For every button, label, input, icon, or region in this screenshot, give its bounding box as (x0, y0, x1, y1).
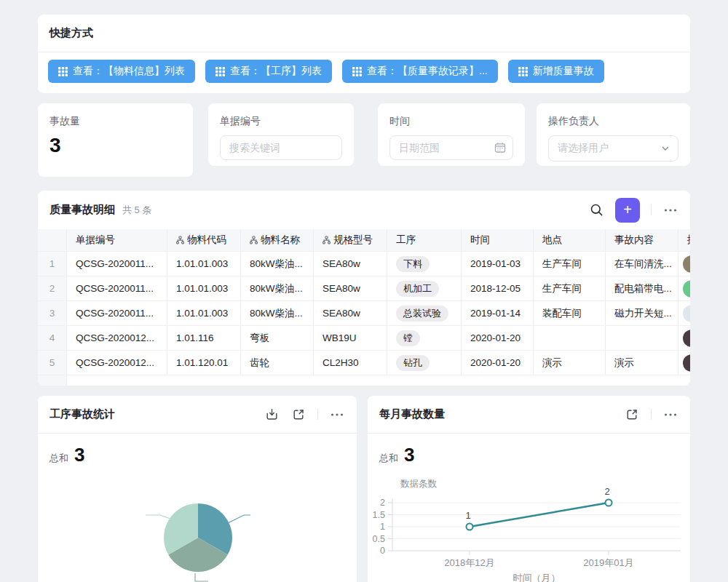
shortcut-button-label: 查看：【质量事故记录】... (367, 65, 488, 78)
more-menu-button[interactable] (662, 407, 678, 423)
table-header-row: 单据编号 物料代码 物料名称 规格型号 工序 时间 地点 事故内容 操作负责人 (38, 229, 690, 252)
col-index (38, 229, 67, 251)
operator-select[interactable]: 请选择用户 (548, 135, 678, 162)
line-chart-area: 数据条数 2 1.5 1 0.5 (368, 466, 690, 582)
table-title: 质量事故明细 (50, 203, 115, 217)
col-process: 工序 (387, 229, 462, 251)
col-material-name: 物料名称 (241, 229, 314, 251)
doc-no-search-input[interactable] (220, 135, 342, 160)
cell-content (606, 326, 678, 350)
row-index: 4 (38, 326, 67, 350)
cell-content: 在车间清洗... (606, 252, 678, 276)
cell-process: 总装试验 (387, 301, 462, 325)
shortcut-view-incident-records-button[interactable]: 查看：【质量事故记录】... (342, 60, 498, 83)
table-row[interactable]: 2 QCSG-2020011... 1.01.01.003 80kW柴油... … (38, 276, 690, 301)
cell-spec: CL2H30 (314, 351, 387, 375)
svg-text:0.5: 0.5 (373, 534, 385, 544)
table-row[interactable]: 5 QCSG-2020012... 1.01.120.01 齿轮 CL2H30 … (38, 351, 690, 375)
table-row[interactable]: 1 QCSG-2020011... 1.01.01.003 80kW柴油... … (38, 252, 690, 276)
avatar (683, 330, 690, 347)
cell-material-name: 80kW柴油... (241, 301, 314, 325)
time-filter-card: 时间 (378, 103, 525, 166)
sum-value: 3 (74, 444, 84, 466)
table-row[interactable]: 4 QCSG-2020012... 1.01.116 弯板 WB19U 镗 20… (38, 326, 690, 351)
svg-text:0: 0 (380, 546, 385, 556)
doc-no-filter-label: 单据编号 (220, 115, 342, 128)
table-row[interactable]: 3 QCSG-2020011... 1.01.01.003 80kW柴油... … (38, 301, 690, 326)
ellipsis-icon (664, 208, 677, 212)
shortcut-button-label: 查看：【物料信息】列表 (73, 65, 185, 78)
cell-material-code: 1.01.01.003 (167, 276, 241, 300)
sum-label: 总和 (50, 452, 68, 465)
cell-spec: SEA80w (314, 276, 387, 300)
y-axis-title: 数据条数 (400, 479, 438, 489)
relation-icon (323, 236, 331, 244)
expand-button[interactable] (290, 407, 306, 423)
process-tag: 机加工 (396, 281, 439, 297)
expand-button[interactable] (624, 407, 640, 423)
table-empty-row (38, 375, 690, 386)
grid-icon (518, 67, 528, 76)
search-button[interactable] (588, 202, 604, 218)
col-label: 物料代码 (187, 229, 226, 251)
col-label: 时间 (470, 229, 490, 251)
incident-count-label: 事故量 (50, 115, 181, 128)
sum-value: 3 (404, 444, 414, 466)
col-time: 时间 (462, 229, 534, 251)
shortcut-view-process-list-button[interactable]: 查看：【工序】列表 (205, 60, 332, 83)
cell-material-name: 80kW柴油... (241, 252, 314, 276)
add-record-button[interactable]: + (615, 198, 640, 223)
cell-process: 机加工 (387, 276, 462, 300)
incident-detail-table-card: 质量事故明细 共 5 条 + 单据编号 物料代码 (38, 191, 690, 386)
col-location: 地点 (534, 229, 606, 251)
cell-material-code: 1.01.120.01 (167, 351, 241, 375)
row-index: 1 (38, 252, 67, 276)
export-button[interactable] (264, 407, 280, 423)
y-tick-labels: 2 1.5 1 0.5 0 (373, 498, 385, 556)
cell-spec: SEA80w (314, 252, 387, 276)
x-tick-labels: 2018年12月 2019年01月 (444, 557, 633, 568)
col-spec: 规格型号 (314, 229, 387, 251)
download-icon (266, 408, 278, 420)
pie-connector-bottom (195, 573, 208, 581)
svg-text:2: 2 (380, 498, 385, 508)
shortcut-view-material-list-button[interactable]: 查看：【物料信息】列表 (48, 60, 195, 83)
shortcut-button-label: 查看：【工序】列表 (230, 65, 322, 78)
cell-location: 演示 (534, 351, 606, 375)
cell-material-name: 齿轮 (241, 351, 314, 375)
svg-text:2018年12月: 2018年12月 (444, 557, 494, 568)
shortcut-add-incident-button[interactable]: 新增质量事故 (508, 60, 604, 83)
incident-table: 单据编号 物料代码 物料名称 规格型号 工序 时间 地点 事故内容 操作负责人 … (38, 229, 690, 386)
gridlines (392, 503, 681, 539)
cell-location: 装配车间 (534, 301, 606, 325)
col-content: 事故内容 (606, 229, 678, 251)
operator-select-placeholder: 请选择用户 (558, 142, 609, 155)
row-index: 2 (38, 276, 67, 300)
process-tag: 镗 (396, 330, 420, 346)
cell-process: 钻孔 (387, 351, 462, 375)
cell-time: 2020-01-20 (462, 326, 534, 350)
more-menu-button[interactable] (662, 202, 678, 218)
cell-operator (678, 351, 690, 375)
pie-connector-left (146, 515, 170, 519)
svg-text:1: 1 (380, 522, 385, 532)
avatar (683, 255, 690, 273)
cell-operator (678, 326, 690, 350)
avatar (683, 305, 690, 322)
svg-text:2019年01月: 2019年01月 (583, 557, 633, 568)
grid-icon (352, 67, 362, 76)
shortcut-buttons-row: 查看：【物料信息】列表 查看：【工序】列表 查看：【质量事故记录】... 新增质… (38, 52, 690, 90)
operator-filter-card: 操作负责人 请选择用户 (537, 103, 690, 166)
expand-icon (626, 409, 638, 420)
point-value-label: 1 (465, 510, 470, 521)
cell-location: 生产车间 (534, 252, 606, 276)
divider (651, 409, 652, 420)
cell-content: 配电箱带电... (606, 276, 678, 300)
pie-sum-row: 总和 3 (38, 444, 357, 466)
cell-location (534, 326, 606, 350)
process-incident-stats-card: 工序事故统计 总和 3 机加工：1(33.33%) 下料：1(33. (38, 396, 357, 582)
cell-operator (678, 276, 690, 300)
more-menu-button[interactable] (329, 407, 345, 423)
col-label: 物料名称 (261, 229, 300, 251)
cell-operator (678, 252, 690, 276)
